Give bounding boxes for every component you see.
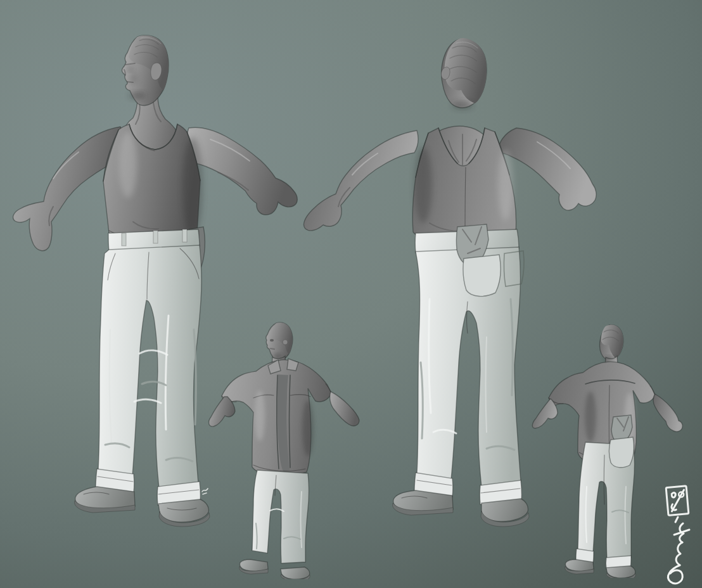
shirt	[222, 359, 331, 476]
artist-seal-icon	[666, 486, 689, 516]
head	[441, 38, 487, 109]
collar-right	[287, 359, 298, 371]
belt-loop	[182, 229, 187, 242]
head	[266, 323, 293, 361]
right-arm	[186, 127, 297, 215]
trousers	[252, 470, 309, 563]
trousers-back	[414, 224, 524, 504]
signature-script	[668, 517, 689, 584]
head	[122, 35, 169, 106]
left-arm	[303, 131, 418, 231]
figure-small-front-shirt: Small front three-quarter view — man in …	[207, 321, 369, 579]
eye-shadow	[127, 67, 133, 71]
artist-signature-graphic: Sem	[656, 476, 701, 587]
artwork-canvas: Large front three-quarter view — man in …	[0, 0, 702, 588]
figure-small-front-graphic: Small front three-quarter view — man in …	[207, 321, 369, 579]
eye-shadow	[270, 339, 274, 342]
back-pocket	[609, 437, 634, 468]
stray-paint-mark	[201, 485, 210, 495]
head	[600, 325, 623, 361]
back-pocket-left	[463, 255, 501, 297]
artist-signature: Sem	[656, 476, 701, 587]
ear-icon	[283, 340, 288, 345]
belt-loop	[122, 233, 126, 246]
belt-loop	[153, 231, 158, 243]
trousers	[96, 229, 201, 505]
